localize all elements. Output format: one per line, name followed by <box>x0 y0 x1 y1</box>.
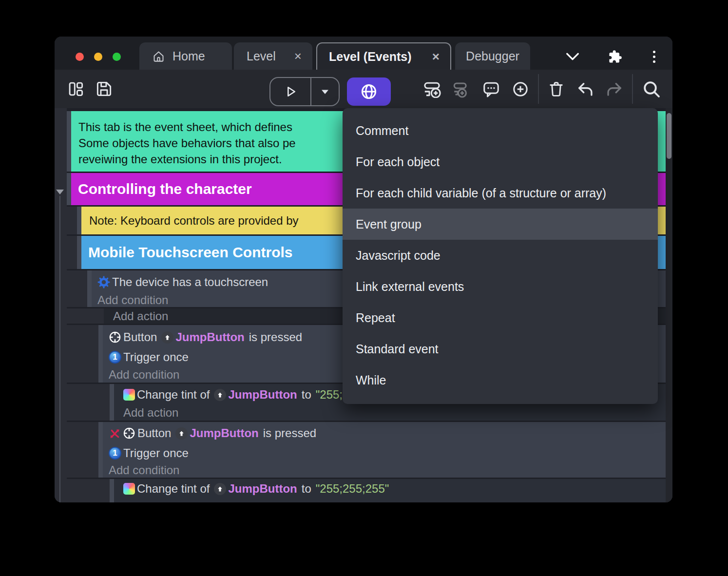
object-name: JumpButton <box>228 388 297 402</box>
add-event-context-menu: Comment For each object For each child v… <box>343 108 658 404</box>
condition-text: Trigger once <box>123 350 189 364</box>
jumpbutton-object-icon <box>161 331 173 344</box>
indent <box>67 422 98 478</box>
tab-home[interactable]: Home <box>139 42 232 70</box>
event-margin <box>110 479 114 502</box>
redo-icon[interactable] <box>606 80 624 98</box>
object-name: JumpButton <box>175 330 244 344</box>
action-text: to <box>302 388 311 402</box>
event-jumpbutton-not-pressed[interactable]: Button JumpButton is pressed 1 Trigger o… <box>103 422 666 478</box>
tab-level-events[interactable]: Level (Events) × <box>316 42 451 70</box>
condition-text: is pressed <box>263 426 316 440</box>
event-margin <box>77 207 81 234</box>
kebab-menu-icon[interactable] <box>653 51 655 63</box>
event-margin <box>67 173 71 205</box>
group-title: Controlling the character <box>78 181 252 197</box>
close-icon[interactable]: × <box>286 50 302 62</box>
menu-item-comment[interactable]: Comment <box>343 115 658 146</box>
gamepad-button-icon <box>109 331 121 344</box>
add-action-link[interactable]: Add action <box>114 404 666 421</box>
event-condition-row[interactable]: Button JumpButton is pressed 1 Trigger o… <box>67 422 666 478</box>
menu-item-for-each-object[interactable]: For each object <box>343 146 658 177</box>
condition-text: Button <box>123 330 157 344</box>
invert-icon <box>109 427 121 440</box>
toolbar-separator <box>538 74 539 104</box>
add-event-icon[interactable] <box>423 80 441 98</box>
zoom-window-button[interactable] <box>113 53 121 61</box>
indent <box>67 479 110 502</box>
indent <box>67 384 110 421</box>
title-bar: Home Level × Level (Events) × Debugger <box>55 37 672 70</box>
layout-panels-icon[interactable] <box>67 80 84 97</box>
object-name: JumpButton <box>228 482 297 496</box>
event-margin <box>87 270 92 307</box>
add-comment-icon[interactable] <box>482 80 500 98</box>
note-text: Note: Keyboard controls are provided by <box>89 214 299 228</box>
tab-label: Debugger <box>466 49 519 63</box>
gamepad-button-icon <box>123 427 135 440</box>
trigger-once-icon: 1 <box>109 447 121 460</box>
menu-item-link-external-events[interactable]: Link external events <box>343 271 658 302</box>
preview-button-group <box>269 77 340 106</box>
jumpbutton-object-icon <box>214 483 226 495</box>
home-icon <box>152 50 165 63</box>
remote-preview-button[interactable] <box>347 77 391 106</box>
scrollbar-thumb[interactable] <box>667 113 671 159</box>
extensions-puzzle-icon[interactable] <box>608 50 622 64</box>
action-text: Change tint of <box>137 482 210 496</box>
condition-text: The device has a touchscreen <box>112 275 268 289</box>
tab-level[interactable]: Level × <box>234 42 312 70</box>
toolbar-separator <box>632 74 633 104</box>
action-change-tint-line[interactable]: Change tint of JumpButton to "255;255;25… <box>114 479 666 498</box>
close-window-button[interactable] <box>76 53 84 61</box>
menu-item-javascript-code[interactable]: Javascript code <box>343 240 658 271</box>
search-icon[interactable] <box>642 79 661 99</box>
preview-play-button[interactable] <box>270 78 310 105</box>
menu-item-event-group[interactable]: Event group <box>343 209 658 240</box>
menu-item-for-each-child-variable[interactable]: For each child variable (of a structure … <box>343 177 658 209</box>
add-action-link[interactable]: Add action <box>114 498 666 502</box>
indent <box>67 207 77 234</box>
tab-label: Home <box>172 49 205 63</box>
trigger-once-icon: 1 <box>109 351 121 364</box>
event-margin <box>110 384 114 421</box>
indent <box>67 325 98 383</box>
condition-button-pressed-inverted[interactable]: Button JumpButton is pressed <box>103 422 666 443</box>
condition-trigger-once[interactable]: 1 Trigger once <box>103 443 666 462</box>
tab-debugger[interactable]: Debugger <box>455 42 530 70</box>
chevron-down-icon[interactable] <box>565 52 580 61</box>
collapse-arrow-icon[interactable] <box>56 190 64 194</box>
minimize-window-button[interactable] <box>94 53 102 61</box>
indent <box>67 270 87 307</box>
save-icon[interactable] <box>96 80 113 97</box>
menu-item-repeat[interactable]: Repeat <box>343 302 658 333</box>
add-sub-event-icon[interactable] <box>450 80 468 98</box>
tint-icon <box>123 389 135 401</box>
tree-line <box>59 196 60 502</box>
add-circle-icon[interactable] <box>512 80 529 98</box>
tab-label: Level <box>247 49 276 63</box>
action-change-tint[interactable]: Change tint of JumpButton to "255;255;25… <box>114 479 666 502</box>
preview-options-dropdown[interactable] <box>310 78 339 105</box>
toolbar <box>55 70 672 108</box>
vertical-scrollbar[interactable] <box>666 108 672 502</box>
condition-text: Button <box>137 426 171 440</box>
globe-icon <box>360 83 378 100</box>
tint-icon <box>123 483 135 495</box>
tab-label: Level (Events) <box>329 50 412 64</box>
delete-trash-icon[interactable] <box>548 80 565 97</box>
object-name: JumpButton <box>190 426 258 440</box>
menu-item-while[interactable]: While <box>343 365 658 396</box>
indent <box>67 308 104 324</box>
add-condition-link[interactable]: Add condition <box>103 462 666 478</box>
undo-icon[interactable] <box>576 80 594 98</box>
close-icon[interactable]: × <box>423 50 440 63</box>
indent <box>67 236 77 269</box>
menu-item-standard-event[interactable]: Standard event <box>343 333 658 365</box>
condition-text: is pressed <box>249 330 302 344</box>
action-value: "255;255;255" <box>316 482 389 496</box>
action-text: to <box>302 482 311 496</box>
jumpbutton-object-icon <box>175 427 188 440</box>
action-row[interactable]: Change tint of JumpButton to "255;255;25… <box>67 479 666 502</box>
event-margin <box>98 422 103 478</box>
